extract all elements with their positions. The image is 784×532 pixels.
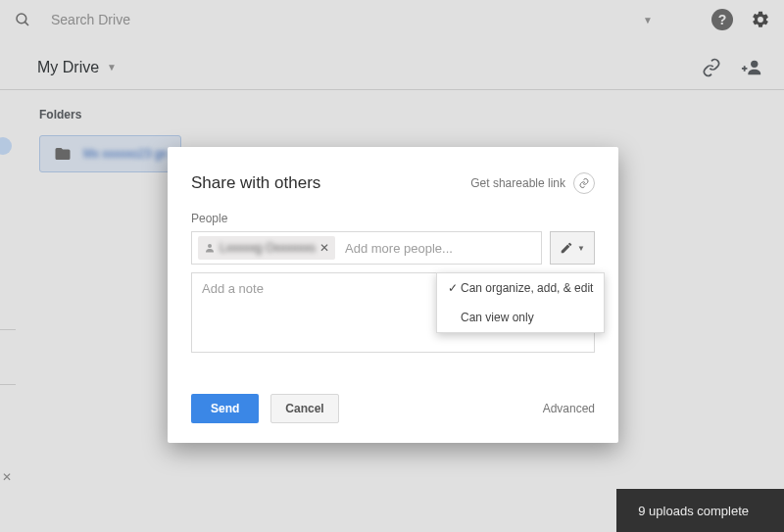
close-icon[interactable]: ✕ [2, 470, 12, 484]
add-person-icon[interactable] [741, 57, 762, 78]
option-label: Can view only [461, 311, 534, 324]
search-placeholder: Search Drive [51, 12, 643, 27]
permission-option-view[interactable]: Can view only [437, 303, 604, 332]
toast-message: 9 uploads complete [638, 504, 749, 518]
permission-dropdown-button[interactable]: ▼ [550, 231, 595, 265]
remove-chip-icon[interactable]: ✕ [319, 241, 329, 255]
breadcrumb-title[interactable]: My Drive [37, 59, 99, 76]
folder-name: Mx xxxxxo23 gma... [83, 147, 167, 161]
side-decoration [0, 137, 12, 155]
dialog-title: Share with others [191, 173, 470, 193]
search-icon [14, 11, 31, 28]
cancel-button[interactable]: Cancel [270, 394, 338, 423]
check-icon: ✓ [445, 281, 461, 295]
svg-line-1 [24, 22, 28, 25]
folder-icon [54, 145, 72, 163]
svg-point-3 [208, 244, 212, 248]
divider [0, 329, 16, 330]
note-placeholder: Add a note [202, 281, 264, 296]
help-icon[interactable]: ? [711, 9, 733, 30]
option-label: Can organize, add, & edit [461, 281, 593, 295]
link-icon[interactable] [702, 58, 721, 77]
permission-menu: ✓ Can organize, add, & edit Can view onl… [436, 272, 605, 333]
send-button[interactable]: Send [191, 394, 259, 423]
svg-point-0 [17, 14, 26, 24]
shareable-link-label: Get shareable link [470, 176, 565, 190]
chip-name: Lxxxxxg Oxxxxxxs [220, 241, 316, 255]
pencil-icon [560, 241, 573, 255]
chevron-down-icon[interactable]: ▼ [107, 62, 117, 73]
advanced-link[interactable]: Advanced [543, 402, 595, 415]
add-more-placeholder: Add more people... [345, 241, 453, 256]
people-input[interactable]: Lxxxxxg Oxxxxxxs ✕ Add more people... [191, 231, 542, 265]
folder-item[interactable]: Mx xxxxxo23 gma... [39, 135, 181, 172]
location-toolbar: My Drive ▼ [0, 45, 784, 90]
get-shareable-link[interactable]: Get shareable link [470, 172, 595, 194]
dropdown-caret-icon[interactable]: ▼ [643, 15, 653, 25]
chevron-down-icon: ▼ [577, 244, 585, 253]
svg-point-2 [751, 60, 758, 67]
upload-toast[interactable]: 9 uploads complete [616, 489, 784, 532]
share-dialog: Share with others Get shareable link Peo… [168, 147, 618, 443]
folders-section-label: Folders [39, 108, 784, 121]
search-bar[interactable]: Search Drive ▼ ? [0, 0, 784, 39]
person-icon [204, 242, 216, 254]
link-icon [573, 172, 595, 194]
person-chip[interactable]: Lxxxxxg Oxxxxxxs ✕ [198, 236, 335, 260]
people-label: People [168, 202, 618, 231]
divider [0, 384, 16, 385]
settings-icon[interactable] [751, 10, 770, 29]
permission-option-edit[interactable]: ✓ Can organize, add, & edit [437, 273, 604, 303]
